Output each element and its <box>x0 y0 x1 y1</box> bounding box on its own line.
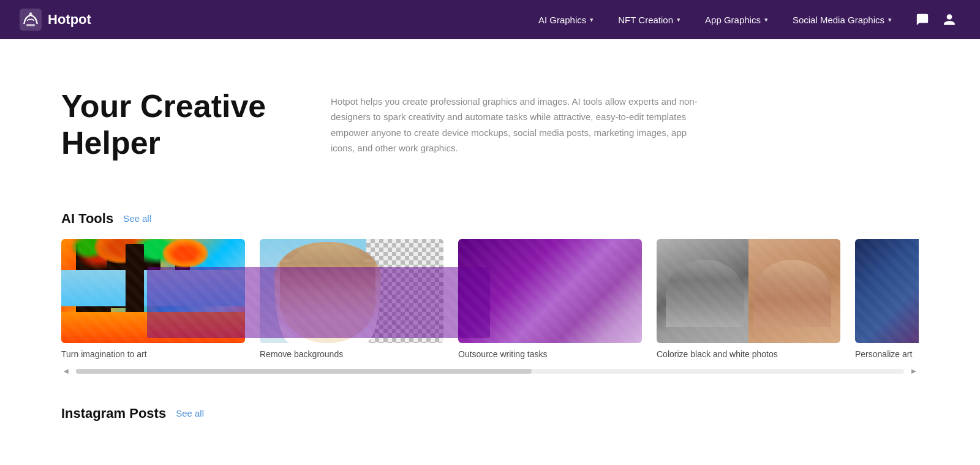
chevron-down-icon: ▾ <box>764 16 768 24</box>
texture-overlay <box>855 239 919 343</box>
brand-name: Hotpot <box>48 12 91 28</box>
instagram-posts-section: Instagram Posts See all <box>0 393 980 452</box>
scrollbar-track[interactable] <box>76 369 904 374</box>
nav-ai-graphics-label: AI Graphics <box>538 15 586 25</box>
ai-tools-see-all[interactable]: See all <box>123 213 151 224</box>
nav-icons <box>911 9 960 31</box>
ai-tools-header: AI Tools See all <box>61 211 919 227</box>
chevron-down-icon: ▾ <box>590 16 594 24</box>
instagram-posts-header: Instagram Posts See all <box>61 406 919 422</box>
nav-social-media-label: Social Media Graphics <box>793 15 884 25</box>
hero-section: Your Creative Helper Hotpot helps you cr… <box>0 39 980 198</box>
chat-icon <box>916 13 929 26</box>
nav-links: AI Graphics ▾ NFT Creation ▾ App Graphic… <box>529 10 902 30</box>
chat-icon-button[interactable] <box>911 9 933 31</box>
nav-item-nft-creation[interactable]: NFT Creation ▾ <box>608 10 690 30</box>
card-personalize-art[interactable]: Personalize art <box>855 239 919 359</box>
scrollbar-thumb <box>76 369 532 374</box>
instagram-posts-see-all[interactable]: See all <box>176 408 204 418</box>
svg-point-1 <box>29 12 32 15</box>
brand-logo[interactable]: Hotpot <box>20 9 91 31</box>
navigation: Hotpot AI Graphics ▾ NFT Creation ▾ App … <box>0 0 980 39</box>
art-last-image <box>855 239 919 343</box>
chevron-down-icon: ▾ <box>888 16 892 24</box>
instagram-posts-title: Instagram Posts <box>61 406 166 422</box>
nav-app-graphics-label: App Graphics <box>705 15 761 25</box>
hotpot-logo-icon <box>20 9 42 31</box>
ai-tools-cards-wrapper: Turn imagination to art Remove back <box>61 239 919 381</box>
nav-item-social-media-graphics[interactable]: Social Media Graphics ▾ <box>783 10 902 30</box>
hero-title: Your Creative Helper <box>61 88 294 162</box>
user-icon <box>943 13 956 26</box>
svg-rect-2 <box>26 24 35 26</box>
ai-tools-title: AI Tools <box>61 211 113 227</box>
card-img-personalize <box>855 239 919 343</box>
chevron-down-icon: ▾ <box>677 16 680 24</box>
hero-description: Hotpot helps you create professional gra… <box>331 94 698 156</box>
ai-tools-section: AI Tools See all <box>0 198 980 393</box>
nav-item-app-graphics[interactable]: App Graphics ▾ <box>695 10 778 30</box>
ai-tools-cards-container: Turn imagination to art Remove back <box>61 239 919 364</box>
nav-nft-creation-label: NFT Creation <box>618 15 673 25</box>
nav-item-ai-graphics[interactable]: AI Graphics ▾ <box>529 10 603 30</box>
user-icon-button[interactable] <box>938 9 960 31</box>
